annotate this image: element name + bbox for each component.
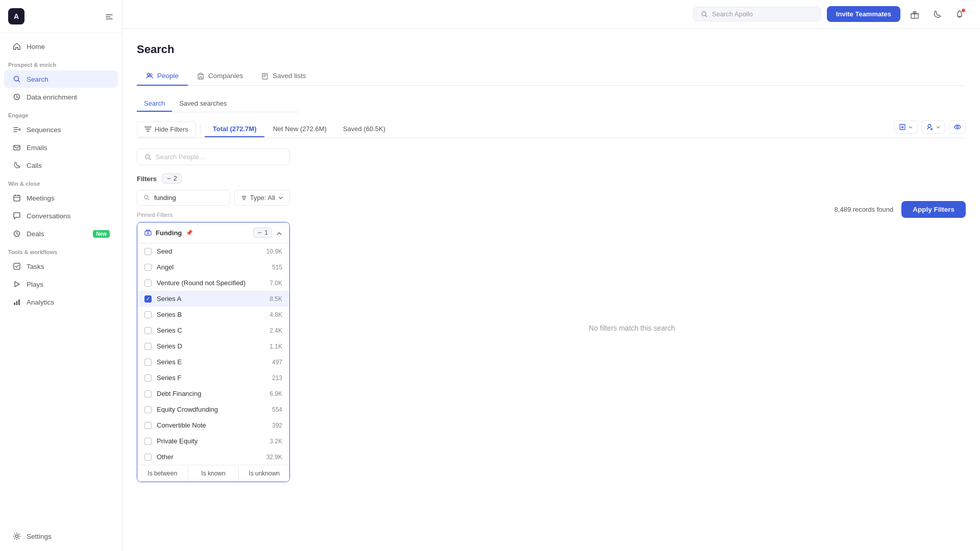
page-title: Search [137,43,966,56]
funding-checkbox[interactable] [144,438,152,445]
sidebar-item-data-enrichment[interactable]: Data enrichment [4,88,118,106]
funding-checkbox[interactable] [144,264,152,271]
sidebar-item-calls[interactable]: Calls [4,157,118,174]
funding-item-equity[interactable]: Equity Crowdfunding 554 [137,402,289,417]
funding-checkbox[interactable] [144,248,152,255]
funding-checkbox[interactable] [144,422,152,429]
funding-checkbox[interactable] [144,454,152,461]
funding-item-series-f[interactable]: Series F 213 [137,370,289,386]
funding-pin-icon: 📌 [186,230,193,236]
person-add-button[interactable] [922,120,945,134]
funding-item-left: ✓ Series A [144,295,181,303]
companies-tab-icon [197,71,204,80]
funding-item-series-b[interactable]: Series B 4.8K [137,307,289,322]
funding-checkbox[interactable] [144,390,152,397]
phone-icon[interactable] [929,6,945,22]
funding-checkbox[interactable] [144,343,152,350]
is-known-button[interactable]: Is known [188,465,239,482]
invite-teammates-button[interactable]: Invite Teammates [827,6,900,22]
funding-item-series-e[interactable]: Series E 497 [137,354,289,370]
funding-checkbox[interactable] [144,359,152,366]
funding-item-left: Angel [144,263,174,271]
no-results-area: No filters match this search [298,226,966,430]
sidebar: A Home Prospect & enrich Search Data enr… [0,0,122,551]
sidebar-item-search[interactable]: Search [4,70,118,88]
apply-filters-button[interactable]: Apply Filters [901,201,966,218]
sidebar-item-conversations[interactable]: Conversations [4,207,118,224]
funding-checkbox[interactable] [144,406,152,413]
svg-point-21 [928,124,931,128]
search-apollo-input[interactable]: Search Apollo [693,7,821,21]
funding-name: Series F [157,374,181,382]
result-tab-net-new[interactable]: Net New (272.6M) [264,121,334,137]
sidebar-item-meetings[interactable]: Meetings [4,189,118,207]
funding-filter-title: Funding [156,229,182,237]
funding-item-series-d[interactable]: Series D 1.1K [137,338,289,354]
funding-item-angel[interactable]: Angel 515 [137,259,289,275]
funding-item-private-equity[interactable]: Private Equity 3.2K [137,433,289,449]
funding-checkbox[interactable] [144,280,152,287]
tab-saved-lists-label: Saved lists [273,72,306,80]
funding-checkbox[interactable] [144,374,152,382]
sidebar-item-deals[interactable]: Deals New [4,225,118,242]
funding-controls: 1 [253,228,282,238]
search-people-placeholder: Search People... [156,153,205,161]
sidebar-item-settings[interactable]: Settings [4,528,118,545]
notifications-icon[interactable] [951,6,968,22]
funding-item-venture[interactable]: Venture (Round not Specified) 7.0K [137,275,289,291]
sidebar-item-plays[interactable]: Plays [4,276,118,293]
is-between-button[interactable]: Is between [137,465,188,482]
sidebar-item-tasks[interactable]: Tasks [4,258,118,275]
result-tab-saved[interactable]: Saved (60.5K) [335,121,394,137]
sidebar-item-analytics[interactable]: Analytics [4,293,118,311]
sidebar-item-emails[interactable]: Emails [4,139,118,156]
sidebar-item-home[interactable]: Home [4,38,118,55]
funding-name: Other [157,453,174,461]
tab-saved-lists[interactable]: Saved lists [252,66,315,86]
sidebar-item-sequences[interactable]: Sequences [4,121,118,138]
funding-count-value: 515 [272,264,282,271]
people-tab-icon [146,71,153,80]
funding-name: Seed [157,247,172,255]
tasks-icon [12,262,21,271]
search-people-input[interactable]: Search People... [137,148,290,165]
export-button[interactable] [894,120,918,134]
funding-item-series-a[interactable]: ✓ Series A 8.5K [137,291,289,307]
funding-item-series-c[interactable]: Series C 2.4K [137,322,289,338]
hide-filters-button[interactable]: Hide Filters [137,121,196,137]
funding-checkbox[interactable]: ✓ [144,295,152,303]
funding-name: Series B [157,311,182,318]
subtab-saved-searches[interactable]: Saved searches [172,96,234,112]
tab-people[interactable]: People [137,66,188,86]
filters-header: Filters 2 [137,173,290,184]
funding-footer: Is between Is known Is unknown [137,465,289,482]
sidebar-section-engage: Engage [0,106,122,120]
funding-collapse-button[interactable] [276,229,282,237]
funding-name: Series A [157,295,181,303]
funding-item-left: Venture (Round not Specified) [144,279,246,287]
tab-companies[interactable]: Companies [188,66,252,86]
funding-name: Series C [157,327,182,334]
filter-search-input[interactable]: funding [137,190,230,206]
funding-item-left: Series D [144,342,182,350]
sidebar-toggle-button[interactable] [105,11,114,22]
funding-item-debt[interactable]: Debt Financing 6.9K [137,386,289,402]
deals-new-badge: New [93,230,110,238]
subtab-search[interactable]: Search [137,96,172,112]
funding-checkbox[interactable] [144,311,152,318]
gift-icon[interactable] [906,6,923,22]
funding-checkbox[interactable] [144,327,152,334]
funding-item-seed[interactable]: Seed 10.9K [137,243,289,259]
svg-rect-10 [14,303,15,305]
svg-rect-6 [14,195,20,201]
funding-item-other[interactable]: Other 32.9K [137,449,289,465]
filter-type-select[interactable]: Type: All [234,190,290,206]
sub-tabs: Search Saved searches [137,96,300,112]
sidebar-section-win-close: Win & close [0,174,122,189]
eye-button[interactable] [949,120,966,134]
svg-rect-28 [242,199,245,200]
result-tab-total[interactable]: Total (272.7M) [205,121,265,137]
svg-rect-27 [242,197,246,198]
funding-item-convertible[interactable]: Convertible Note 392 [137,417,289,433]
is-unknown-button[interactable]: Is unknown [239,465,289,482]
